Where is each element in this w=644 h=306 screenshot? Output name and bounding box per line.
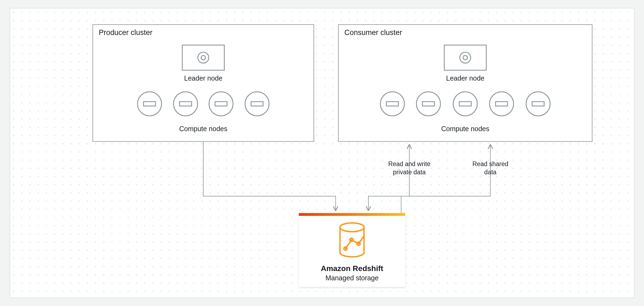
svg-point-12 [245,92,269,116]
svg-point-6 [138,92,162,116]
consumer-leader-label: Leader node [446,74,484,82]
storage-subtitle: Managed storage [326,274,379,282]
svg-rect-14 [338,25,592,142]
svg-rect-3 [182,45,224,70]
producer-leader-label: Leader node [184,74,222,82]
consumer-compute-label: Compute nodes [441,125,490,133]
svg-rect-2 [93,25,314,142]
label-rw-private-1: Read and write [388,160,431,167]
label-read-shared-2: data [484,169,497,176]
svg-point-26 [526,92,550,116]
svg-point-24 [490,92,514,116]
label-read-shared-1: Read shared [472,160,508,167]
svg-point-10 [209,92,233,116]
svg-point-8 [174,92,198,116]
svg-point-18 [380,92,404,116]
consumer-title: Consumer cluster [344,28,402,37]
consumer-leader-node [444,45,486,70]
label-rw-private-2: private data [393,169,426,176]
svg-point-22 [453,92,477,116]
producer-title: Producer cluster [99,28,153,37]
producer-compute-label: Compute nodes [179,125,228,133]
svg-rect-29 [299,213,405,216]
svg-point-20 [416,92,440,116]
consumer-cluster: Consumer cluster Leader node [338,25,592,142]
producer-leader-node [182,45,224,70]
svg-rect-15 [444,45,486,70]
storage-title: Amazon Redshift [321,264,383,273]
producer-cluster: Producer cluster Leader node [93,25,314,142]
storage-card: Amazon Redshift Managed storage [299,213,405,287]
